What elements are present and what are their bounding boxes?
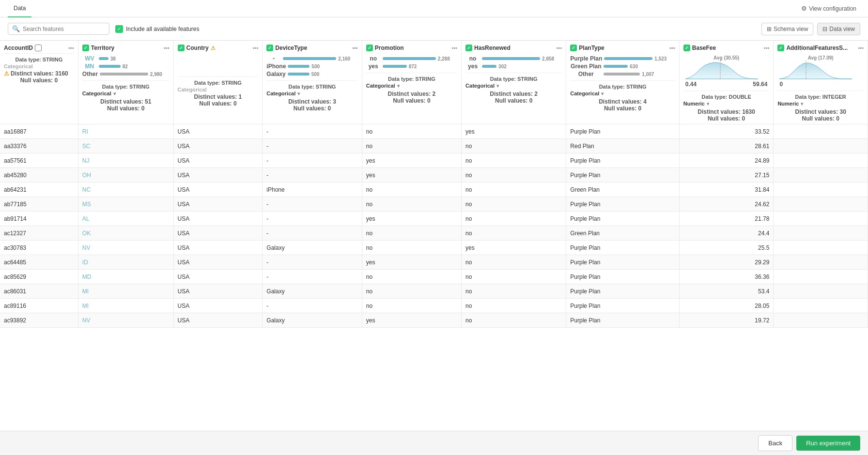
table-row: ac93892NVUSAGalaxyyesnoPurple Plan19.72 (0, 313, 868, 328)
col-name-device-type: DeviceType (275, 45, 307, 51)
col-cat-plan-type[interactable]: Categorical (570, 90, 675, 97)
col-header-promotion: ✓ Promotion ••• no 2,288 yes (362, 41, 461, 124)
col-menu-has-renewed[interactable]: ••• (557, 45, 562, 51)
col-menu-territory[interactable]: ••• (164, 45, 170, 51)
col-histogram-additional-features: Avg (17.09) 0 (777, 53, 864, 91)
data-icon: ⊟ (822, 26, 827, 32)
col-dtype-account-id: Data type: STRING (4, 57, 74, 62)
grid-table: AccountID ••• Data type: STRING Categori… (0, 41, 868, 328)
table-row: ab91714ALUSA-yesnoPurple Plan21.78 (0, 212, 868, 226)
col-summary-country (178, 53, 259, 76)
col-dtype-plan-type: Data type: STRING (570, 84, 675, 90)
col-menu-promotion[interactable]: ••• (452, 45, 458, 51)
table-row: ac12327OKUSA-nonoGreen Plan24.4 (0, 226, 868, 241)
table-row: aa33376SCUSA-nonoRed Plan28.61 (0, 139, 868, 153)
table-row: ac86031MIUSAGalaxynonoPurple Plan53.4 (0, 284, 868, 299)
toolbar-left: 🔍 ✓ Include all available features (8, 23, 199, 35)
col-cat-device-type[interactable]: Categorical (266, 90, 357, 97)
col-name-territory: Territory (91, 45, 114, 51)
col-checkbox-account-id[interactable] (35, 45, 42, 51)
col-cat-account-id: Categorical (4, 63, 33, 69)
col-cat-additional-features[interactable]: Numeric (777, 100, 864, 107)
toolbar: 🔍 ✓ Include all available features ⊞ Sch… (0, 17, 868, 41)
col-summary-has-renewed: no 2,858 yes 302 (465, 53, 562, 73)
col-menu-plan-type[interactable]: ••• (669, 45, 675, 51)
col-menu-additional-features[interactable]: ••• (858, 45, 864, 51)
col-dtype-base-fee: Data type: DOUBLE (683, 94, 770, 100)
col-dtype-country: Data type: STRING (178, 80, 259, 86)
col-name-plan-type: PlanType (579, 45, 604, 51)
include-features-checkbox[interactable]: ✓ (115, 25, 123, 33)
table-row: ab77185MSUSA-nonoPurple Plan24.62 (0, 197, 868, 212)
col-header-territory: ✓ Territory ••• WV 38 MN 82 (78, 41, 173, 124)
col-header-account-id: AccountID ••• Data type: STRING Categori… (0, 41, 78, 124)
col-checkbox-promotion[interactable]: ✓ (366, 45, 373, 51)
col-header-plan-type: ✓ PlanType ••• Purple Plan 1,523 Green P… (566, 41, 680, 124)
view-config-button[interactable]: ⚙ View configuration (797, 3, 860, 14)
data-grid: AccountID ••• Data type: STRING Categori… (0, 41, 868, 432)
data-table-body: aa16887RIUSA-noyesPurple Plan33.52aa3337… (0, 124, 868, 328)
col-checkbox-additional-features[interactable]: ✓ (777, 45, 784, 51)
col-checkbox-base-fee[interactable]: ✓ (683, 45, 690, 51)
table-row: ac85629MDUSA-nonoPurple Plan36.36 (0, 270, 868, 284)
search-input[interactable] (23, 26, 100, 32)
schema-icon: ⊞ (767, 26, 772, 32)
include-features-toggle[interactable]: ✓ Include all available features (115, 25, 199, 33)
col-menu-base-fee[interactable]: ••• (764, 45, 770, 51)
col-summary-promotion: no 2,288 yes 872 (366, 53, 457, 73)
col-dtype-additional-features: Data type: INTEGER (777, 94, 864, 100)
col-header-has-renewed: ✓ HasRenewed ••• no 2,858 yes (462, 41, 566, 124)
col-header-country: ✓ Country ⚠ ••• Data type: STRING Catego… (173, 41, 263, 124)
col-warning-country: ⚠ (211, 45, 216, 51)
col-name-account-id: AccountID (4, 45, 33, 51)
table-row: ac30783NVUSAGalaxynoyesPurple Plan25.5 (0, 241, 868, 255)
col-cat-base-fee[interactable]: Numeric (683, 100, 770, 107)
tab-data[interactable]: Data (8, 0, 31, 17)
col-checkbox-has-renewed[interactable]: ✓ (465, 45, 472, 51)
col-dtype-promotion: Data type: STRING (366, 76, 457, 82)
col-cat-country: Categorical (178, 87, 207, 92)
col-histogram-base-fee: Avg (30.55) 0.4459.64 (683, 53, 770, 91)
search-box: 🔍 (8, 23, 109, 35)
column-headers-row: AccountID ••• Data type: STRING Categori… (0, 41, 868, 124)
col-checkbox-territory[interactable]: ✓ (82, 45, 89, 51)
col-name-promotion: Promotion (375, 45, 404, 51)
col-name-additional-features: AdditionalFeaturesS... (786, 45, 848, 51)
col-menu-device-type[interactable]: ••• (352, 45, 358, 51)
data-view-button[interactable]: ⊟ Data view (817, 23, 860, 35)
col-cat-promotion[interactable]: Categorical (366, 82, 457, 90)
col-dtype-territory: Data type: STRING (82, 84, 170, 90)
col-name-country: Country (186, 45, 209, 51)
col-menu-country[interactable]: ••• (253, 45, 259, 51)
toolbar-right: ⊞ Schema view ⊟ Data view (761, 23, 860, 35)
col-checkbox-device-type[interactable]: ✓ (266, 45, 273, 51)
col-header-additional-features: ✓ AdditionalFeaturesS... ••• Avg (17.09) (774, 41, 868, 124)
col-header-base-fee: ✓ BaseFee ••• Avg (30.55) (679, 41, 774, 124)
col-menu-account-id[interactable]: ••• (68, 45, 74, 51)
col-name-has-renewed: HasRenewed (474, 45, 511, 51)
table-row: ab64231NCUSAiPhonenonoGreen Plan31.84 (0, 182, 868, 197)
col-cat-has-renewed[interactable]: Categorical (465, 82, 562, 90)
col-header-device-type: ✓ DeviceType ••• - 2,160 iPhone (263, 41, 362, 124)
table-row: ac64485IDUSA-yesnoPurple Plan29.29 (0, 255, 868, 270)
col-name-base-fee: BaseFee (692, 45, 716, 51)
schema-view-button[interactable]: ⊞ Schema view (761, 23, 813, 35)
table-row: ab45280OHUSA-yesnoPurple Plan27.15 (0, 168, 868, 182)
col-summary-plan-type: Purple Plan 1,523 Green Plan 630 Other (570, 53, 675, 80)
table-row: aa16887RIUSA-noyesPurple Plan33.52 (0, 124, 868, 139)
col-cat-territory[interactable]: Categorical (82, 90, 170, 97)
tab-bar: Data ⚙ View configuration (0, 0, 868, 17)
table-row: aa57561NJUSA-yesnoPurple Plan24.89 (0, 153, 868, 168)
search-icon: 🔍 (12, 25, 20, 32)
col-dtype-device-type: Data type: STRING (266, 84, 357, 90)
col-summary-territory: WV 38 MN 82 Other 2,980 (82, 53, 170, 80)
col-distinct-account-id: ⚠ Distinct values: 3160 Null values: 0 (4, 69, 74, 84)
warning-icon-account-id: ⚠ (4, 70, 9, 77)
col-checkbox-plan-type[interactable]: ✓ (570, 45, 577, 51)
table-row: ac89116MIUSA-nonoPurple Plan28.05 (0, 299, 868, 313)
col-checkbox-country[interactable]: ✓ (178, 45, 185, 51)
col-dtype-has-renewed: Data type: STRING (465, 76, 562, 82)
footer: Back Run experiment (0, 431, 868, 432)
sliders-icon: ⚙ (801, 5, 807, 12)
col-summary-device-type: - 2,160 iPhone 500 Galaxy 500 (266, 53, 357, 80)
